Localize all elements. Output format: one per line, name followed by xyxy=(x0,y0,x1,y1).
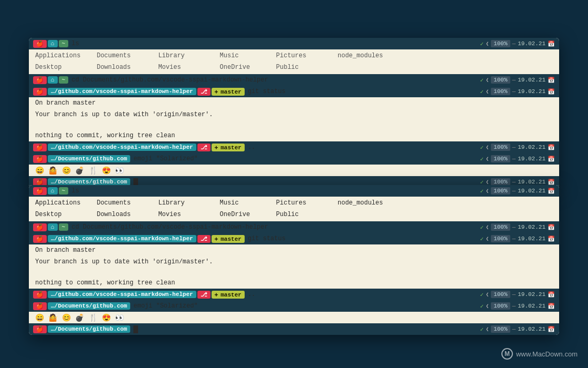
terminal-row-emoji-cmd: 🍎 …/Documents/github.com emoji "Solarize… xyxy=(29,153,559,165)
badge-master-2: ᚐ master xyxy=(212,144,245,151)
status-2: ✓ ❮ 100% — 19.02.21 📅 xyxy=(480,76,555,84)
badge-apple: 🍎 xyxy=(33,40,47,48)
b-badge-docs-dir-2: …/Documents/github.com xyxy=(48,325,130,333)
badge-git-icon-2: ⎇ xyxy=(197,144,211,151)
b-terminal-row-1: 🍎 ⌂ ~ ls ✓ ❮ 100% — 19.02.21 📅 xyxy=(29,185,559,197)
b-terminal-row-final: 🍎 …/Documents/github.com ✓ ❮ 100% — 19.0… xyxy=(29,323,559,335)
ls-node-modules: node_modules xyxy=(338,50,383,62)
emoji-output-top: 😄 🤷 😊 💣 🍴 😍 👀 xyxy=(29,165,559,176)
b-terminal-row-cd: 🍎 ⌂ ~ cd Documents/github.com/vscode-ssp… xyxy=(29,221,559,233)
b-status-6: ✓ ❮ 100% — 19.02.21 📅 xyxy=(480,325,555,333)
status-3: ✓ ❮ 100% — 19.02.21 📅 xyxy=(480,88,555,95)
cursor-bottom xyxy=(133,325,138,333)
b-ls-node-modules: node_modules xyxy=(338,198,383,209)
terminal-row-git-status: 🍎 …/github.com/vscode-sspai-markdown-hel… xyxy=(29,86,559,97)
status-5: ✓ ❮ 100% — 19.02.21 📅 xyxy=(480,155,555,162)
b-ls-desktop: Desktop xyxy=(35,209,93,221)
ls-downloads: Downloads xyxy=(97,62,154,74)
terminal-row-cd-up: 🍎 …/github.com/vscode-sspai-markdown-hel… xyxy=(29,141,559,153)
ls-onedrive: OneDrive xyxy=(220,62,272,74)
b-badge-home: ⌂ xyxy=(48,187,58,195)
b-badge-apple-5: 🍎 xyxy=(33,302,47,310)
b-cmd-emoji: emoji "Solarized" xyxy=(133,302,197,310)
b-cmd-dot-dot: .. xyxy=(248,291,255,298)
ls-output-top: Applications Documents Library Music Pic… xyxy=(29,49,559,74)
b-ls-library: Library xyxy=(158,198,216,209)
terminal-bottom[interactable]: 🍎 ⌂ ~ ls ✓ ❮ 100% — 19.02.21 📅 Applicati… xyxy=(29,185,559,335)
b-ls-downloads: Downloads xyxy=(97,209,154,221)
b-badge-apple-6: 🍎 xyxy=(33,325,47,333)
b-badge-master-2: ᚐ master xyxy=(212,291,245,299)
badge-docs-dir-1: …/Documents/github.com xyxy=(48,155,130,162)
badge-home-2: ⌂ xyxy=(48,76,58,84)
b-badge-docs-dir-1: …/Documents/github.com xyxy=(48,302,130,310)
b-ls-documents: Documents xyxy=(97,198,154,209)
ls-public: Public xyxy=(276,62,299,74)
b-ls-movies: Movies xyxy=(158,209,216,221)
b-ls-pictures: Pictures xyxy=(276,198,334,209)
b-git-output-uptodate: Your branch is up to date with 'origin/m… xyxy=(29,256,559,268)
cmd-ls: ls xyxy=(71,40,79,47)
b-badge-git-dir-1: …/github.com/vscode-sspai-markdown-helpe… xyxy=(48,235,196,242)
terminal-bottom-body: 🍎 ⌂ ~ ls ✓ ❮ 100% — 19.02.21 📅 Applicati… xyxy=(29,185,559,335)
b-status-4: ✓ ❮ 100% — 19.02.21 📅 xyxy=(480,291,555,298)
git-output-branch: On branch master xyxy=(29,97,559,109)
terminal-top[interactable]: 🍎 ⌂ ~ ls ✓ ❮ 100% — 19.02.21 📅 Applicati… xyxy=(29,38,559,188)
b-badge-apple-4: 🍎 xyxy=(33,291,47,299)
b-git-output-nothing: nothing to commit, working tree clean xyxy=(29,277,559,289)
b-badge-apple: 🍎 xyxy=(33,187,47,195)
badge-apple-3: 🍎 xyxy=(33,88,47,96)
badge-git-dir-2: …/github.com/vscode-sspai-markdown-helpe… xyxy=(48,144,196,151)
badge-git-icon-1: ⎇ xyxy=(197,88,211,96)
b-ls-public: Public xyxy=(276,209,299,221)
badge-master-1: ᚐ master xyxy=(212,88,245,96)
b-badge-tilde-2: ~ xyxy=(59,223,69,231)
b-badge-tilde: ~ xyxy=(59,187,69,195)
watermark-text: www.MacDown.com xyxy=(516,350,578,358)
ls-applications: Applications xyxy=(35,50,93,62)
b-badge-home-2: ⌂ xyxy=(48,223,58,231)
badge-apple-4: 🍎 xyxy=(33,144,47,151)
cmd-emoji: emoji "Solarized" xyxy=(133,155,197,162)
b-status-2: ✓ ❮ 100% — 19.02.21 📅 xyxy=(480,223,555,231)
ls-pictures: Pictures xyxy=(276,50,334,62)
b-emoji-output: 😄 🤷 😊 💣 🍴 😍 👀 xyxy=(29,312,559,323)
b-status-5: ✓ ❮ 100% — 19.02.21 📅 xyxy=(480,302,555,310)
b-ls-onedrive: OneDrive xyxy=(220,209,272,221)
b-ls-output: Applications Documents Library Music Pic… xyxy=(29,197,559,221)
git-output-blank xyxy=(29,120,559,130)
b-cmd-cd: cd Documents/github.com/vscode-sspai-mar… xyxy=(71,223,268,231)
status-4: ✓ ❮ 100% — 19.02.21 📅 xyxy=(480,144,555,151)
git-output-nothing: nothing to commit, working tree clean xyxy=(29,130,559,141)
watermark: M www.MacDown.com xyxy=(501,348,578,360)
terminal-top-body: 🍎 ⌂ ~ ls ✓ ❮ 100% — 19.02.21 📅 Applicati… xyxy=(29,38,559,188)
terminal-row-1: 🍎 ⌂ ~ ls ✓ ❮ 100% — 19.02.21 📅 xyxy=(29,38,559,49)
b-cmd-git-status: git status xyxy=(248,235,286,242)
b-status-3: ✓ ❮ 100% — 19.02.21 📅 xyxy=(480,235,555,242)
badge-apple-5: 🍎 xyxy=(33,155,47,163)
ls-documents: Documents xyxy=(97,50,154,62)
ls-music: Music xyxy=(220,50,272,62)
b-terminal-row-emoji-cmd: 🍎 …/Documents/github.com emoji "Solarize… xyxy=(29,300,559,312)
b-badge-apple-3: 🍎 xyxy=(33,235,47,243)
b-badge-git-icon-2: ⎇ xyxy=(197,291,211,299)
b-badge-git-dir-2: …/github.com/vscode-sspai-markdown-helpe… xyxy=(48,291,196,298)
b-ls-music: Music xyxy=(220,198,272,209)
badge-git-dir-1: …/github.com/vscode-sspai-markdown-helpe… xyxy=(48,88,196,95)
status-1: ✓ ❮ 100% — 19.02.21 📅 xyxy=(480,40,555,47)
badge-tilde: ~ xyxy=(59,40,69,47)
ls-library: Library xyxy=(158,50,216,62)
terminal-row-cd: 🍎 ⌂ ~ cd Documents/github.com/vscode-ssp… xyxy=(29,74,559,86)
watermark-logo: M xyxy=(501,348,513,360)
b-cmd-ls: ls xyxy=(71,187,79,195)
cmd-cd: cd Documents/github.com/vscode-sspai-mar… xyxy=(71,76,268,84)
b-ls-applications: Applications xyxy=(35,198,93,209)
git-output-uptodate: Your branch is up to date with 'origin/m… xyxy=(29,109,559,120)
ls-movies: Movies xyxy=(158,62,216,74)
cmd-dot-dot: .. xyxy=(248,144,255,151)
b-terminal-row-git-status: 🍎 …/github.com/vscode-sspai-markdown-hel… xyxy=(29,233,559,244)
b-git-output-blank xyxy=(29,268,559,277)
b-badge-master-1: ᚐ master xyxy=(212,235,245,243)
cmd-git-status: git status xyxy=(248,88,286,95)
b-status-1: ✓ ❮ 100% — 19.02.21 📅 xyxy=(480,187,555,195)
